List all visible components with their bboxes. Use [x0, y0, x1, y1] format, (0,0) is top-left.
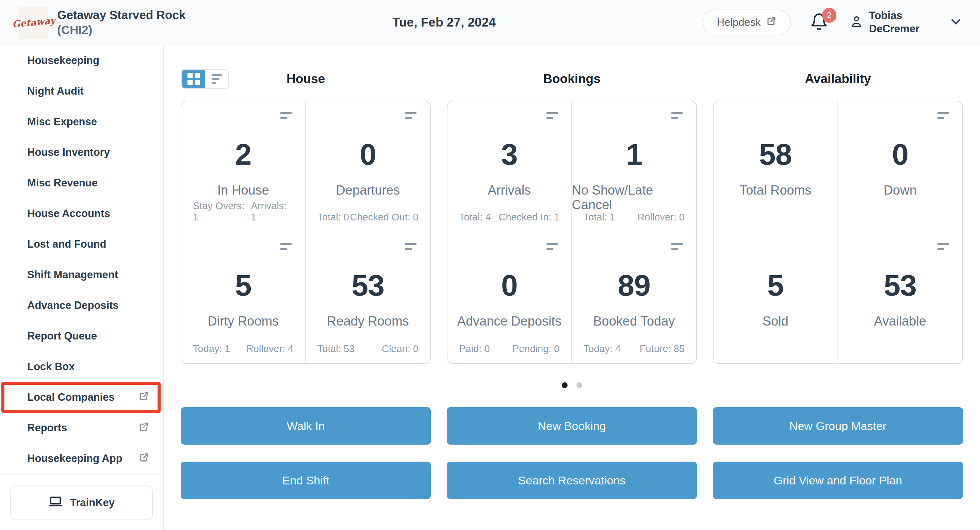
stat-sub-right: Checked In: 1: [499, 212, 560, 223]
user-menu[interactable]: Tobias DeCremer: [850, 9, 920, 36]
stat-label: No Show/Late Cancel: [572, 183, 697, 212]
view-toggle: [181, 69, 229, 89]
stat-card-dirty-rooms: 5 Dirty Rooms Today: 1Rollover: 4: [181, 232, 306, 363]
stat-value: 5: [767, 270, 784, 300]
action-button-row-2: End Shift Search Reservations Grid View …: [181, 462, 963, 499]
house-card-grid: 2 In House Stay Overs: 1Arrivals: 1 0 De…: [181, 101, 431, 364]
pagination-dot[interactable]: [576, 382, 582, 388]
list-view-button[interactable]: [205, 70, 228, 88]
sidebar-item-misc-revenue[interactable]: Misc Revenue: [0, 168, 163, 198]
user-first-name: Tobias: [869, 10, 902, 21]
stat-card-in-house: 2 In House Stay Overs: 1Arrivals: 1: [181, 102, 306, 232]
external-link-icon: [139, 391, 150, 404]
dashboard-main: House Bookings Availability 2 In House S…: [164, 45, 980, 530]
grid-view-icon: [188, 73, 200, 85]
card-menu-icon[interactable]: [280, 112, 292, 119]
new-booking-button[interactable]: New Booking: [447, 407, 697, 444]
stat-sub-left: Today: 4: [584, 343, 621, 354]
sidebar-item-lock-box[interactable]: Lock Box: [0, 351, 163, 382]
stat-card-departures: 0 Departures Total: 0Checked Out: 0: [306, 102, 430, 232]
sidebar-item-label: House Accounts: [27, 208, 110, 220]
notifications-button[interactable]: 2: [810, 13, 828, 32]
sidebar-item-night-audit[interactable]: Night Audit: [0, 76, 163, 106]
laptop-icon: [48, 494, 63, 511]
carousel-pagination: [181, 382, 963, 388]
grid-view-floor-plan-button[interactable]: Grid View and Floor Plan: [713, 462, 963, 499]
stat-label: Ready Rooms: [327, 314, 409, 328]
sidebar-item-misc-expense[interactable]: Misc Expense: [0, 106, 163, 137]
end-shift-button[interactable]: End Shift: [181, 462, 431, 499]
stat-sub-left: Paid: 0: [459, 343, 490, 354]
sidebar-item-label: Lost and Found: [27, 238, 106, 251]
brand-logo-text: Getaway: [12, 15, 56, 30]
sidebar-item-label: Reports: [27, 422, 67, 434]
external-link-icon: [766, 16, 776, 29]
stat-label: Booked Today: [593, 314, 675, 328]
stat-sub-right: Arrivals: 1: [251, 200, 293, 223]
chevron-down-icon[interactable]: [949, 14, 963, 30]
stat-card-available: 53 Available: [838, 232, 963, 363]
stat-card-ready-rooms: 53 Ready Rooms Total: 53Clean: 0: [306, 232, 430, 363]
sidebar-item-house-inventory[interactable]: House Inventory: [0, 137, 163, 168]
card-menu-icon[interactable]: [280, 243, 292, 250]
sidebar-item-reports[interactable]: Reports: [0, 413, 163, 443]
user-last-name: DeCremer: [869, 23, 920, 35]
card-menu-icon[interactable]: [937, 112, 949, 119]
section-title-house: House: [286, 72, 325, 86]
helpdesk-button[interactable]: Helpdesk: [703, 10, 791, 35]
sidebar-item-house-accounts[interactable]: House Accounts: [0, 198, 163, 229]
stat-sections: 2 In House Stay Overs: 1Arrivals: 1 0 De…: [181, 101, 963, 364]
trainkey-button[interactable]: TrainKey: [10, 486, 153, 520]
stat-value: 2: [235, 140, 251, 170]
sidebar-nav: Housekeeping Night Audit Misc Expense Ho…: [0, 45, 163, 474]
sidebar-item-housekeeping-app[interactable]: Housekeeping App: [0, 443, 163, 474]
section-title-availability: Availability: [805, 72, 871, 86]
pagination-dot-active[interactable]: [562, 382, 568, 388]
card-menu-icon[interactable]: [671, 112, 682, 119]
stat-card-advance-deposits: 0 Advance Deposits Paid: 0Pending: 0: [447, 232, 572, 363]
sidebar-item-label: Lock Box: [27, 360, 75, 373]
card-menu-icon[interactable]: [671, 243, 682, 250]
new-group-master-button[interactable]: New Group Master: [713, 407, 963, 444]
sidebar-item-housekeeping[interactable]: Housekeeping: [0, 45, 163, 76]
property-name: Getaway Starved Rock: [57, 8, 185, 22]
sidebar-footer: TrainKey: [0, 474, 163, 530]
stat-card-total-rooms: 58 Total Rooms: [714, 102, 838, 232]
card-menu-icon[interactable]: [937, 243, 949, 250]
availability-card-grid: 58 Total Rooms 0 Down 5 Sold 53 Availabl…: [713, 101, 963, 364]
stat-value: 1: [626, 140, 642, 170]
list-view-icon: [212, 74, 222, 84]
sidebar-item-lost-and-found[interactable]: Lost and Found: [0, 229, 163, 260]
bell-icon: [810, 26, 828, 32]
stat-sub-right: Rollover: 4: [247, 343, 294, 354]
search-reservations-button[interactable]: Search Reservations: [447, 462, 697, 499]
property-code: (CHI2): [57, 22, 185, 37]
stat-card-no-show-late-cancel: 1 No Show/Late Cancel Total: 1Rollover: …: [572, 102, 697, 232]
sidebar-item-label: Shift Management: [27, 269, 118, 281]
stat-value: 0: [892, 140, 908, 170]
sidebar-item-advance-deposits[interactable]: Advance Deposits: [0, 290, 163, 321]
grid-view-button[interactable]: [182, 70, 205, 88]
stat-sub-left: Stay Overs: 1: [193, 200, 251, 223]
stat-sub-right: Rollover: 0: [637, 212, 685, 223]
helpdesk-label: Helpdesk: [717, 16, 761, 29]
sidebar-item-local-companies[interactable]: Local Companies: [0, 382, 163, 413]
section-title-row: House Bookings Availability: [181, 69, 963, 89]
brand-logo[interactable]: Getaway: [19, 6, 48, 39]
stat-value: 0: [360, 140, 376, 170]
sidebar-item-report-queue[interactable]: Report Queue: [0, 321, 163, 351]
stat-value: 3: [501, 140, 517, 170]
sidebar-item-shift-management[interactable]: Shift Management: [0, 260, 163, 290]
stat-sub-left: Total: 4: [459, 212, 491, 223]
card-menu-icon[interactable]: [546, 112, 558, 119]
sidebar-item-label: House Inventory: [27, 146, 110, 159]
stat-sub-left: Today: 1: [193, 343, 231, 354]
card-menu-icon[interactable]: [405, 243, 417, 250]
card-menu-icon[interactable]: [405, 112, 417, 119]
sidebar-item-label: Local Companies: [27, 391, 115, 403]
sidebar: Housekeeping Night Audit Misc Expense Ho…: [0, 45, 164, 530]
stat-label: Arrivals: [488, 183, 531, 198]
header-controls: Helpdesk 2 Tobias DeCremer: [703, 9, 963, 36]
walk-in-button[interactable]: Walk In: [181, 407, 431, 444]
card-menu-icon[interactable]: [546, 243, 558, 250]
